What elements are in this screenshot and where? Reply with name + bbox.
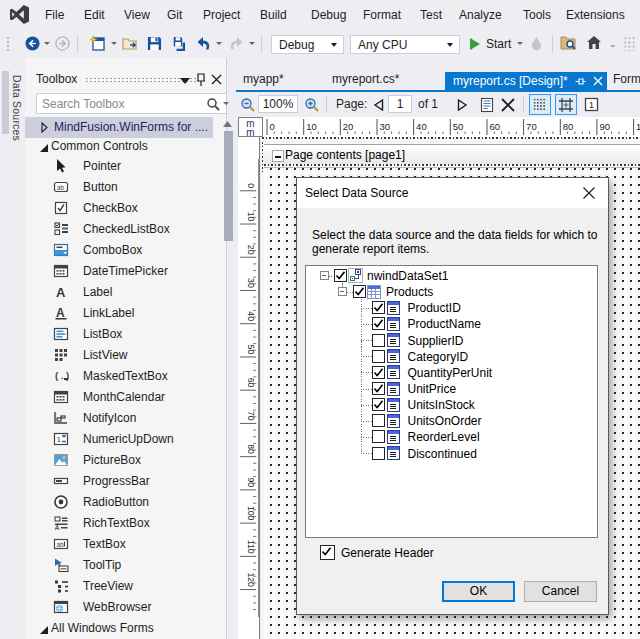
svg-text:1: 1: [589, 100, 594, 110]
svg-text:1: 1: [57, 435, 62, 444]
svg-text:0: 0: [246, 183, 256, 188]
svg-text:50: 50: [246, 345, 256, 355]
svg-text:A: A: [56, 306, 65, 320]
svg-text:80: 80: [246, 444, 256, 454]
svg-text:120: 120: [246, 572, 256, 587]
svg-text:90: 90: [599, 121, 610, 132]
svg-text:10: 10: [246, 212, 256, 222]
svg-text:40: 40: [416, 121, 427, 132]
svg-text:60: 60: [490, 121, 501, 132]
svg-text:110: 110: [246, 540, 256, 554]
svg-text:70: 70: [526, 121, 537, 132]
svg-text:100: 100: [636, 121, 640, 132]
svg-text:(.).: (.).: [54, 372, 69, 382]
svg-text:60: 60: [246, 378, 256, 388]
svg-text:20: 20: [246, 245, 256, 255]
svg-text:ab: ab: [57, 183, 65, 190]
svg-text:90: 90: [246, 478, 256, 488]
svg-text:30: 30: [380, 121, 391, 132]
svg-text:ab: ab: [57, 540, 65, 547]
svg-text:10: 10: [306, 121, 317, 132]
svg-text:40: 40: [246, 311, 256, 321]
svg-text:20: 20: [343, 121, 354, 132]
svg-text:A: A: [55, 524, 60, 531]
svg-text:A: A: [56, 285, 66, 300]
svg-text:50: 50: [453, 121, 464, 132]
svg-text:100: 100: [246, 506, 256, 521]
svg-text:80: 80: [563, 121, 574, 132]
svg-text:70: 70: [246, 411, 256, 421]
svg-text:0: 0: [270, 121, 275, 132]
svg-text:30: 30: [246, 278, 256, 288]
